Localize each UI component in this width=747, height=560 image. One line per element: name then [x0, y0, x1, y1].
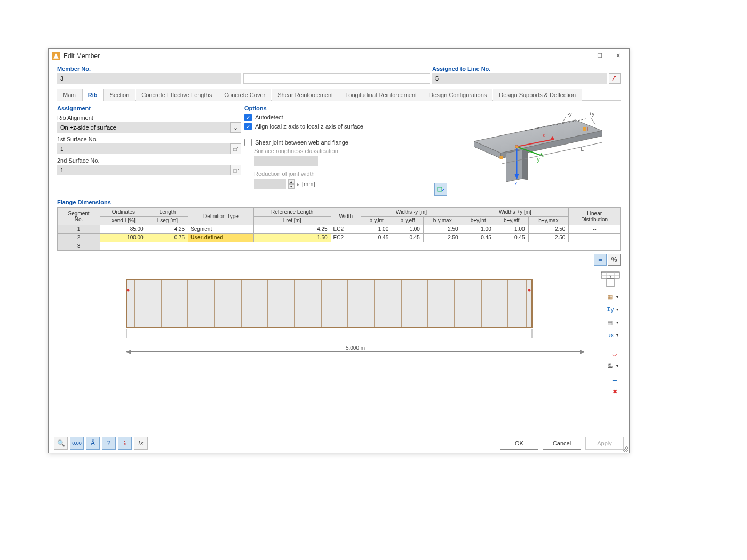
svg-point-53	[528, 289, 531, 292]
svg-text:y: y	[537, 157, 540, 163]
svg-point-18	[515, 145, 519, 148]
dimension-line: 5.000 m	[126, 346, 584, 357]
svg-rect-1	[614, 76, 616, 77]
apply-button[interactable]: Apply	[585, 437, 624, 450]
units-button[interactable]: 0.00	[70, 437, 84, 450]
cancel-button[interactable]: Cancel	[543, 437, 581, 450]
fx-button[interactable]: fx	[134, 437, 148, 450]
edit-member-dialog: Edit Member — ☐ ✕ Member No. Assigned to…	[48, 48, 630, 453]
align-z-label: Align local z-axis to local z-axis of su…	[255, 123, 363, 130]
col-ref-sub: Lref [m]	[253, 217, 331, 225]
tab-shear-reinforcement[interactable]: Shear Reinforcement	[272, 89, 339, 101]
tab-bar: Main Rib Section Concrete Effective Leng…	[57, 88, 621, 101]
shear-joint-label: Shear joint between web and flange	[255, 139, 348, 146]
flange-table[interactable]: Segment No. Ordinates Length Definition …	[57, 207, 621, 251]
tab-design-supports-deflection[interactable]: Design Supports & Deflection	[493, 89, 582, 101]
svg-rect-28	[583, 127, 586, 131]
col-wy-pos: Widths +y [m]	[462, 208, 569, 217]
svg-marker-7	[506, 150, 522, 182]
rib-alignment-label: Rib Alignment	[57, 115, 241, 121]
print-button[interactable]: 🖶	[604, 361, 616, 371]
pick-surf1-button[interactable]	[230, 143, 241, 154]
svg-text:z: z	[515, 180, 518, 186]
col-bye-p: b+y,eff	[495, 217, 528, 225]
svg-text:j: j	[587, 125, 589, 131]
units-equal-button[interactable]: ＝	[594, 254, 607, 266]
col-lin: Linear Distribution	[569, 208, 621, 225]
member-no-label: Member No.	[57, 66, 241, 72]
svg-line-22	[591, 117, 596, 125]
clear-button[interactable]: ✖	[609, 386, 621, 397]
tab-main[interactable]: Main	[57, 89, 82, 101]
help-button[interactable]: ?	[102, 437, 116, 450]
col-byi-n: b-y,int	[361, 217, 392, 225]
member-no-input[interactable]	[57, 73, 241, 84]
view-x-dd[interactable]: ▾	[616, 330, 621, 340]
print-dd[interactable]: ▾	[616, 361, 621, 371]
surf2-input[interactable]	[57, 165, 230, 175]
col-ord-sub: xend,I [%]	[100, 217, 147, 225]
axis-tool-button[interactable]: x̂	[118, 437, 132, 450]
svg-rect-31	[438, 187, 442, 191]
svg-text:x: x	[543, 132, 545, 138]
reduction-spinner: ▴▾	[288, 179, 295, 189]
surf1-input[interactable]	[57, 143, 230, 154]
minimize-button[interactable]: —	[574, 50, 590, 62]
list-button[interactable]: ☰	[609, 373, 621, 384]
member-description-input[interactable]	[243, 73, 430, 84]
units-percent-button[interactable]: %	[608, 254, 621, 266]
table-row: 3	[58, 242, 621, 251]
svg-rect-26	[500, 156, 503, 159]
assignment-title: Assignment	[57, 105, 241, 111]
tab-rib[interactable]: Rib	[82, 89, 104, 101]
resize-grip[interactable]	[623, 446, 628, 452]
rib-alignment-select[interactable]	[57, 122, 230, 133]
pick-line-button[interactable]	[609, 73, 621, 84]
surface-rough-label: Surface roughness classification	[254, 148, 431, 154]
view-y-button[interactable]: ↧y	[604, 304, 616, 315]
text-tool-button[interactable]: Å	[86, 437, 100, 450]
col-len-group: Length	[147, 208, 188, 217]
view-render-dd[interactable]: ▾	[616, 317, 621, 327]
zoom-button[interactable]: 🔍	[54, 437, 68, 450]
tab-concrete-eff-lengths[interactable]: Concrete Effective Lengths	[136, 89, 218, 101]
align-z-checkbox[interactable]	[244, 123, 252, 130]
svg-point-52	[127, 289, 130, 292]
svg-text:+y: +y	[589, 111, 595, 117]
col-len-sub: Lseg [m]	[147, 217, 188, 225]
iso-toggle-button[interactable]	[434, 183, 447, 196]
view-y-dd[interactable]: ▾	[616, 304, 621, 315]
autodetect-label: Autodetect	[255, 114, 283, 121]
titlebar: Edit Member — ☐ ✕	[49, 49, 629, 63]
svg-text:·y: ·y	[609, 274, 612, 278]
close-button[interactable]: ✕	[610, 50, 626, 62]
maximize-button[interactable]: ☐	[592, 50, 608, 62]
beam-preview[interactable]	[57, 269, 548, 338]
dimension-label: 5.000 m	[343, 345, 368, 351]
pick-surf2-button[interactable]	[230, 165, 241, 175]
tab-concrete-cover[interactable]: Concrete Cover	[218, 89, 271, 101]
tab-design-configurations[interactable]: Design Configurations	[423, 89, 492, 101]
view-3d-dd[interactable]: ▾	[616, 291, 621, 302]
table-row: 2 100.00 0.75 User-defined 1.50 EC2 0.45…	[58, 234, 621, 242]
view-render-button[interactable]: ▤	[604, 317, 616, 327]
view-x-button[interactable]: ⇢x	[604, 330, 616, 340]
autodetect-checkbox[interactable]	[244, 114, 252, 121]
section-thumbnail-icon[interactable]: ·y	[600, 269, 621, 289]
view-curve-button[interactable]: ◡	[609, 348, 621, 358]
surf1-label: 1st Surface No.	[57, 136, 241, 142]
svg-line-24	[578, 142, 602, 148]
assigned-line-input[interactable]	[432, 73, 607, 84]
view-3d-button[interactable]: ▦	[604, 291, 616, 302]
rib-isometric-diagram: x y z -y +y L i j	[434, 104, 621, 195]
window-title: Edit Member	[63, 52, 574, 60]
chevron-down-icon[interactable]: ⌄	[230, 122, 241, 133]
reduction-label: Reduction of joint width	[254, 171, 431, 177]
reduction-input	[254, 179, 286, 189]
shear-joint-checkbox[interactable]	[244, 139, 252, 146]
tab-section[interactable]: Section	[104, 89, 136, 101]
ok-button[interactable]: OK	[500, 437, 538, 450]
tab-longitudinal-reinforcement[interactable]: Longitudinal Reinforcement	[339, 89, 423, 101]
svg-rect-57	[607, 278, 614, 287]
svg-text:-y: -y	[568, 111, 572, 117]
